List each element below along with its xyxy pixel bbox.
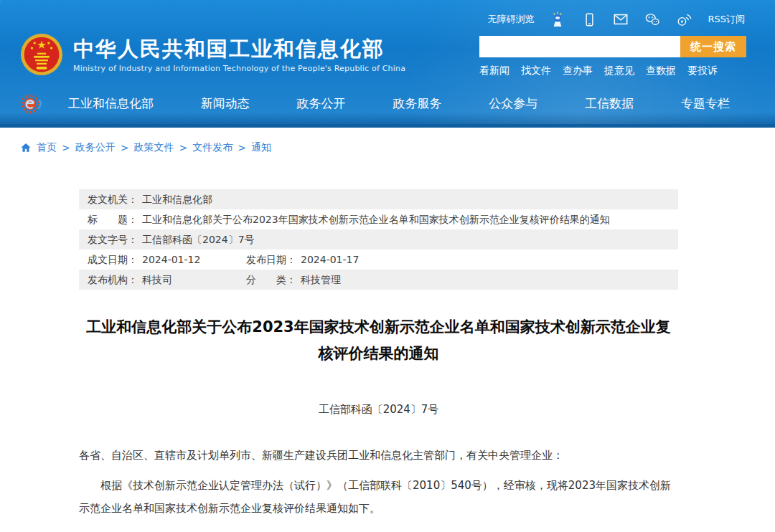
header-bottom-strip — [0, 124, 775, 128]
document-content: 发文机关：工业和信息化部 标 题：工业和信息化部关于公布2023年国家技术创新示… — [79, 189, 678, 520]
meta-label: 发文机关： — [88, 194, 138, 205]
meta-value: 科技司 — [142, 274, 172, 285]
meta-label: 分 类： — [246, 274, 296, 285]
nav-item-news[interactable]: 新闻动态 — [201, 95, 250, 112]
mascot-robot-icon[interactable] — [550, 11, 565, 27]
meta-row-title: 标 题：工业和信息化部关于公布2023年国家技术创新示范企业名单和国家技术创新示… — [79, 209, 678, 229]
crumb-separator: > — [62, 142, 70, 153]
crumb-file-release[interactable]: 文件发布 — [192, 141, 232, 154]
nav-item-miit-data[interactable]: 工信数据 — [585, 95, 634, 112]
main-nav: 工业和信息化部 新闻动态 政务公开 政务服务 公众参与 工信数据 专题专栏 — [0, 83, 775, 124]
quick-link-files[interactable]: 找文件 — [521, 65, 551, 77]
meta-row-dates: 成文日期：2024-01-12 发布日期：2024-01-17 — [79, 250, 678, 270]
utility-bar: 无障碍浏览 — [0, 0, 775, 29]
site-header: 无障碍浏览 — [0, 0, 775, 128]
document-salutation: 各省、自治区、直辖市及计划单列市、新疆生产建设兵团工业和信息化主管部门，有关中央… — [79, 445, 678, 465]
meta-row-doc-number: 发文字号：工信部科函〔2024〕7号 — [79, 229, 678, 250]
quick-links: 看新闻 找文件 查办事 提意见 查数据 要投诉 — [479, 65, 746, 77]
meta-label: 发布机构： — [88, 274, 138, 285]
crumb-separator: > — [121, 142, 129, 153]
search-area: 统一搜索 看新闻 找文件 查办事 提意见 查数据 要投诉 — [479, 36, 746, 77]
breadcrumb: 首页 > 政务公开 > 政策文件 > 文件发布 > 通知 — [20, 141, 775, 155]
meta-row-issuing-authority: 发文机关：工业和信息化部 — [79, 189, 678, 209]
meta-value: 工业和信息化部 — [142, 194, 212, 205]
rss-link[interactable]: RSS订阅 — [708, 13, 745, 26]
meta-value: 工业和信息化部关于公布2023年国家技术创新示范企业名单和国家技术创新示范企业复… — [142, 214, 610, 225]
home-icon[interactable] — [20, 142, 32, 153]
document-paragraph: 根据《技术创新示范企业认定管理办法（试行）》（工信部联科〔2010〕540号），… — [79, 474, 678, 520]
crumb-notice[interactable]: 通知 — [251, 141, 271, 154]
meta-label: 发文字号： — [88, 234, 138, 245]
meta-value: 科技管理 — [301, 274, 341, 285]
nav-item-public-participation[interactable]: 公众参与 — [489, 95, 537, 112]
miit-e-logo-icon[interactable] — [19, 91, 44, 117]
nav-item-miit[interactable]: 工业和信息化部 — [68, 95, 154, 112]
quick-link-news[interactable]: 看新闻 — [479, 65, 509, 77]
quick-link-suggestions[interactable]: 提意见 — [604, 65, 634, 77]
meta-value: 工信部科函〔2024〕7号 — [142, 234, 255, 245]
nav-item-gov-info[interactable]: 政务公开 — [297, 95, 346, 112]
quick-link-complaints[interactable]: 要投诉 — [687, 65, 718, 77]
wechat-icon[interactable] — [644, 11, 660, 27]
meta-value: 2024-01-17 — [301, 254, 359, 265]
meta-label: 标 题： — [88, 214, 138, 225]
nav-item-special-topics[interactable]: 专题专栏 — [681, 95, 730, 112]
crumb-home[interactable]: 首页 — [37, 141, 57, 154]
weibo-icon[interactable] — [676, 11, 692, 27]
site-logo[interactable]: 中华人民共和国工业和信息化部 Ministry of Industry and … — [20, 33, 405, 76]
crumb-separator: > — [179, 142, 187, 153]
crumb-separator: > — [238, 142, 246, 153]
crumb-policy-files[interactable]: 政策文件 — [133, 141, 174, 154]
search-button[interactable]: 统一搜索 — [680, 36, 746, 57]
crumb-gov-info[interactable]: 政务公开 — [75, 141, 116, 154]
quick-link-services[interactable]: 查办事 — [563, 65, 593, 77]
national-emblem-icon — [20, 33, 63, 76]
document-meta-table: 发文机关：工业和信息化部 标 题：工业和信息化部关于公布2023年国家技术创新示… — [79, 189, 678, 290]
quick-link-data[interactable]: 查数据 — [646, 65, 676, 77]
mail-icon[interactable] — [613, 11, 629, 27]
meta-label: 发布日期： — [246, 254, 296, 265]
nav-item-gov-services[interactable]: 政务服务 — [393, 95, 441, 112]
meta-label: 成文日期： — [88, 254, 138, 265]
mobile-phone-icon[interactable] — [581, 11, 597, 27]
search-input[interactable] — [479, 36, 680, 57]
meta-row-publisher-category: 发布机构：科技司 分 类：科技管理 — [79, 270, 678, 290]
accessibility-link[interactable]: 无障碍浏览 — [487, 13, 534, 26]
document-number: 工信部科函〔2024〕7号 — [79, 403, 678, 417]
document-title: 工业和信息化部关于公布2023年国家技术创新示范企业名单和国家技术创新示范企业复… — [79, 314, 678, 367]
meta-value: 2024-01-12 — [142, 254, 200, 265]
site-title: 中华人民共和国工业和信息化部 — [73, 37, 405, 61]
site-subtitle: Ministry of Industry and Information Tec… — [73, 64, 405, 73]
